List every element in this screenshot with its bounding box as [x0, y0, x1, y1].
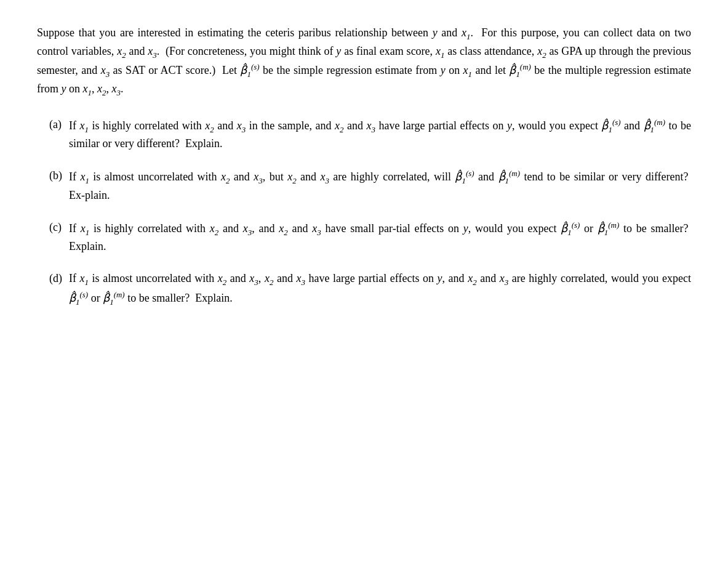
problem-content-c: If x1 is highly correlated with x2 and x… — [69, 219, 691, 256]
problem-label-a: (a) — [37, 116, 69, 134]
problem-item-b: (b) If x1 is almost uncorrelated with x2… — [37, 167, 691, 204]
problem-label-d: (d) — [37, 270, 69, 288]
intro-paragraph: Suppose that you are interested in estim… — [37, 25, 691, 99]
problem-content-b: If x1 is almost uncorrelated with x2 and… — [69, 167, 691, 204]
var-x1: x1 — [462, 26, 470, 39]
problem-content-d: If x1 is almost uncorrelated with x2 and… — [69, 270, 691, 308]
problem-label-b: (b) — [37, 167, 69, 185]
problem-list: (a) If x1 is highly correlated with x2 a… — [37, 116, 691, 308]
page-container: Suppose that you are interested in estim… — [37, 25, 691, 308]
problem-item-a: (a) If x1 is highly correlated with x2 a… — [37, 116, 691, 153]
problem-content-a: If x1 is highly correlated with x2 and x… — [69, 116, 691, 153]
problem-label-c: (c) — [37, 219, 69, 236]
problem-item-d: (d) If x1 is almost uncorrelated with x2… — [37, 270, 691, 308]
var-y: y — [433, 26, 438, 39]
problem-item-c: (c) If x1 is highly correlated with x2 a… — [37, 219, 691, 256]
